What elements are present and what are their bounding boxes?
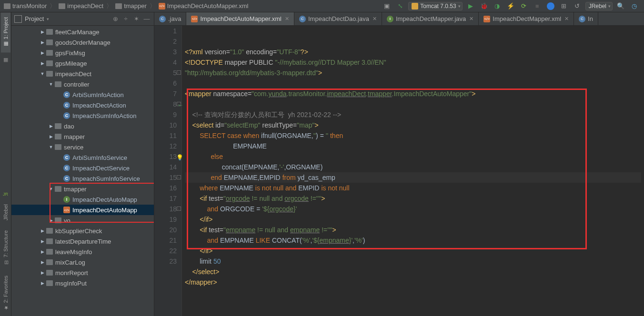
jrebel-dropdown[interactable]: JRebel	[585, 2, 613, 10]
code-line[interactable]: and ORGCODE = '${orgcode}'	[185, 204, 641, 214]
sidebar-title[interactable]: Project	[25, 15, 108, 22]
code-line[interactable]: </if>	[185, 246, 641, 256]
tree-label: service	[64, 144, 83, 151]
code-line[interactable]: <if test="empname != null and empname !=…	[185, 225, 641, 235]
rail-jrebel-icon[interactable]: JR	[2, 191, 9, 198]
search-icon[interactable]: 🔍	[615, 1, 626, 11]
code-line[interactable]: <!DOCTYPE mapper PUBLIC "-//mybatis.org/…	[185, 57, 641, 68]
execute-icon[interactable]: ⟳	[519, 1, 529, 11]
rail-favorites-tab[interactable]: ★2: Favorites	[1, 271, 10, 316]
code-line[interactable]: concat(EMPNAME,'-',ORGNAME)	[185, 162, 641, 172]
tree-label: msgInfoPut	[55, 280, 87, 287]
rail-structure-tab[interactable]: ⊟7: Structure	[1, 226, 10, 271]
code-line[interactable]: limit 50	[185, 256, 641, 267]
tree-row[interactable]: ▶leaveMsgInfo	[11, 247, 154, 257]
rail-jrebel-tab[interactable]: JRebel	[1, 199, 10, 225]
code-view[interactable]: <?xml version="1.0" encoding="UTF-8"?><!…	[182, 26, 644, 316]
hammer-icon[interactable]: ⤡	[395, 1, 405, 11]
tree-row[interactable]: ▶dao	[11, 121, 154, 131]
collapse-icon[interactable]: ÷	[121, 15, 130, 23]
project-view-icon[interactable]: ▣	[382, 1, 392, 11]
tree-row[interactable]: ▶msgInfoPut	[11, 278, 154, 288]
tree-label: goodsOrderManage	[55, 39, 111, 46]
tree-row[interactable]: ▶goodsOrderManage	[11, 37, 154, 48]
code-line[interactable]: SELECT case when ifnull(ORGNAME,'') = ''…	[185, 130, 641, 141]
clock-icon[interactable]: ◷	[629, 1, 639, 11]
tree-row[interactable]: ▼tmapper	[11, 184, 154, 194]
tree-row[interactable]: ▶mixCarLog	[11, 257, 154, 267]
rail-project-tab[interactable]: ▦1: Project	[1, 12, 10, 52]
close-icon[interactable]: ✕	[564, 16, 569, 22]
tree-row[interactable]: </>ImpeachDectAutoMapp	[11, 205, 154, 215]
tree-row[interactable]: ▶gpsFixMsg	[11, 48, 154, 58]
hide-icon[interactable]: —	[142, 15, 151, 23]
tree-row[interactable]: CImpeachDectService	[11, 163, 154, 173]
code-line[interactable]: "http://mybatis.org/dtd/mybatis-3-mapper…	[185, 68, 641, 78]
code-line[interactable]: <?xml version="1.0" encoding="UTF-8"?>	[185, 47, 641, 57]
code-line[interactable]: and EMPNAME LIKE CONCAT('%','${empname}'…	[185, 235, 641, 246]
code-line[interactable]: EMPNAME	[185, 141, 641, 151]
sync-icon[interactable]: ↺	[572, 1, 583, 11]
editor-tab[interactable]: </>ImpeachDectAutoMapper.xml✕	[186, 12, 294, 25]
project-tree[interactable]: ▶fleetCarManage▶goodsOrderManage▶gpsFixM…	[11, 26, 154, 316]
tree-row[interactable]: ▼impeachDect	[11, 69, 154, 79]
breadcrumb-item[interactable]: transMonitor	[2, 2, 49, 10]
locate-icon[interactable]: ⊕	[111, 15, 120, 23]
code-line[interactable]	[185, 78, 641, 89]
tree-label: vo	[64, 217, 70, 224]
tree-row[interactable]: CImpeachDectAction	[11, 100, 154, 110]
tree-row[interactable]: CArbiSumInfoService	[11, 152, 154, 163]
breadcrumb-item[interactable]: impeachDect	[57, 2, 105, 10]
tree-row[interactable]: ▼controller	[11, 79, 154, 89]
tree-row[interactable]: IImpeachDectAutoMapp	[11, 194, 154, 205]
editor-tab[interactable]: CIn	[574, 12, 598, 25]
breadcrumb-item[interactable]: </>ImpeachDectAutoMapper.xml	[157, 2, 251, 10]
tree-row[interactable]: ▶vo	[11, 215, 154, 226]
sidebar-config-icon[interactable]	[14, 15, 22, 23]
editor-tab[interactable]: CImpeachDectDao.java✕	[294, 12, 382, 25]
tree-row[interactable]: ▼service	[11, 142, 154, 152]
code-line[interactable]: </if>	[185, 214, 641, 225]
editor-tab[interactable]: </>ImpeachDectMapper.xml✕	[479, 12, 574, 25]
code-line[interactable]: end EMPNAME,EMPID from yd_cas_emp	[185, 172, 641, 183]
code-line[interactable]: else	[185, 151, 641, 162]
stop-icon[interactable]: ■	[532, 1, 543, 11]
close-icon[interactable]: ✕	[469, 16, 473, 22]
globe-icon[interactable]	[545, 1, 556, 11]
java-icon: C	[299, 16, 306, 22]
code-line[interactable]: <select id="selectEmp" resultType="map">	[185, 120, 641, 130]
code-line[interactable]: <mapper namespace="com.yunda.transMonito…	[185, 89, 641, 99]
tree-row[interactable]: ▶kbSupplierCheck	[11, 226, 154, 236]
tree-label: latestDepartureTime	[55, 238, 111, 245]
coverage-icon[interactable]: ◑	[492, 1, 503, 11]
code-line[interactable]: <if test="orgcode != null and orgcode !=…	[185, 193, 641, 204]
tree-row[interactable]: ▶gpsMileage	[11, 58, 154, 69]
tree-row[interactable]: CImpeachSumInfoAction	[11, 110, 154, 121]
code-line[interactable]: where EMPNAME is not null and EMPID is n…	[185, 183, 641, 193]
tree-row[interactable]: CArbiSumInfoAction	[11, 89, 154, 100]
tree-row[interactable]: ▶latestDepartureTime	[11, 236, 154, 247]
tree-row[interactable]: ▶fleetCarManage	[11, 27, 154, 37]
debug-icon[interactable]: 🐞	[479, 1, 489, 11]
editor-tab[interactable]: IImpeachDectMapper.java✕	[382, 12, 479, 25]
editor-body[interactable]: 12345-678-←910111213💡1415-161718-1920212…	[154, 26, 644, 316]
tree-row[interactable]: ▶monrReport	[11, 267, 154, 278]
breadcrumb-item[interactable]: tmapper	[113, 2, 149, 10]
code-line[interactable]: <!-- 查询对应分拨的人员和工号 yh 2021-02-22 -->	[185, 109, 641, 120]
tree-row[interactable]: ▶mapper	[11, 131, 154, 142]
close-icon[interactable]: ✕	[285, 16, 289, 22]
tree-label: gpsMileage	[55, 60, 87, 67]
rail-folder-icon[interactable]: ▦	[2, 56, 9, 63]
structure-icon[interactable]: ⊞	[559, 1, 569, 11]
profile-icon[interactable]: ⚡	[505, 1, 516, 11]
editor-tab[interactable]: C.java	[154, 12, 186, 25]
code-line[interactable]: </mapper>	[185, 277, 641, 287]
run-config-dropdown[interactable]: Tomcat 7.0.53	[408, 2, 462, 10]
run-icon[interactable]: ▶	[465, 1, 476, 11]
code-line[interactable]	[185, 99, 641, 109]
settings-icon[interactable]: ✶	[132, 15, 141, 23]
editor-area: C.java</>ImpeachDectAutoMapper.xml✕CImpe…	[154, 12, 644, 316]
code-line[interactable]: </select>	[185, 267, 641, 277]
close-icon[interactable]: ✕	[372, 16, 377, 22]
tree-row[interactable]: CImpeachSumInfoService	[11, 173, 154, 184]
